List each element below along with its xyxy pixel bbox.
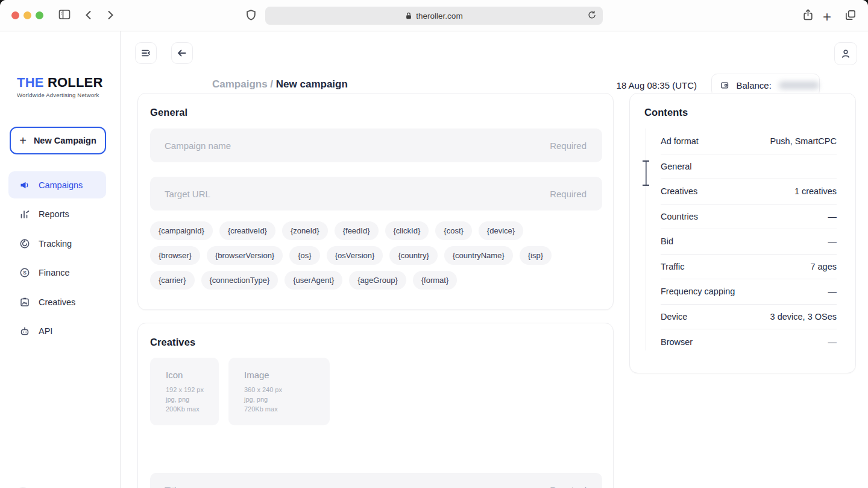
row-value: 7 ages xyxy=(810,262,837,271)
new-tab-plus-icon[interactable]: + xyxy=(823,8,831,25)
row-value: — xyxy=(828,212,837,221)
contents-row-frequency-capping[interactable]: Frequency capping — xyxy=(661,279,837,305)
sidebar-item-campaigns[interactable]: Campaigns xyxy=(8,171,106,198)
creatives-title: Creatives xyxy=(150,337,195,348)
contents-row-device[interactable]: Device 3 device, 3 OSes xyxy=(661,305,837,330)
sidebar-item-api[interactable]: API xyxy=(8,318,106,345)
macro-chip[interactable]: {zoneId} xyxy=(282,221,328,240)
campaign-name-input[interactable] xyxy=(150,128,602,162)
macro-chip[interactable]: {carrier} xyxy=(150,271,195,290)
row-label: Traffic xyxy=(661,262,684,271)
macro-chip[interactable]: {connectionType} xyxy=(201,271,278,290)
upload-max: 720Kb max xyxy=(244,404,330,414)
contents-panel: Contents Ad format Push, SmartCPC Genera… xyxy=(629,93,856,373)
row-label: Device xyxy=(661,312,687,322)
url-text: theroller.com xyxy=(416,11,462,21)
macro-chip[interactable]: {os} xyxy=(289,246,319,265)
back-chevron-icon[interactable] xyxy=(83,9,94,21)
privacy-shield-icon[interactable] xyxy=(245,8,257,22)
macro-chip[interactable]: {countryName} xyxy=(444,246,513,265)
macro-chip[interactable]: {feedId} xyxy=(335,221,379,240)
contents-row-creatives[interactable]: Creatives 1 creatives xyxy=(661,179,837,204)
address-bar[interactable]: theroller.com xyxy=(265,7,603,25)
creative-title-input[interactable] xyxy=(150,473,602,488)
picture-frame-icon xyxy=(19,297,30,308)
sidebar-nav: Campaigns Reports Tracking S Finance Cre… xyxy=(8,171,106,345)
icon-upload-dropzone[interactable]: Icon 192 x 192 px jpg, png 200Kb max xyxy=(150,358,219,425)
sidebar-item-tracking[interactable]: Tracking xyxy=(8,230,106,257)
svg-text:S: S xyxy=(23,270,27,276)
person-icon xyxy=(840,48,852,60)
app-logo[interactable]: THE ROLLER Worldwide Advertising Network xyxy=(17,75,103,98)
macro-chip[interactable]: {creativeId} xyxy=(219,221,275,240)
megaphone-icon xyxy=(19,180,30,191)
sidebar-item-reports[interactable]: Reports xyxy=(8,201,106,228)
row-label: Ad format xyxy=(661,136,699,146)
macro-chip[interactable]: {isp} xyxy=(520,246,552,265)
contents-row-browser[interactable]: Browser — xyxy=(661,329,837,355)
macro-chip[interactable]: {browserVersion} xyxy=(207,246,283,265)
target-url-input[interactable] xyxy=(150,177,602,211)
macro-chip[interactable]: {browser} xyxy=(150,246,200,265)
upload-size: 192 x 192 px xyxy=(166,385,219,395)
macro-chip[interactable]: {ageGroup} xyxy=(349,271,406,290)
logo-roller: ROLLER xyxy=(44,75,103,90)
upload-label: Image xyxy=(244,370,330,380)
image-upload-dropzone[interactable]: Image 360 x 240 px jpg, png 720Kb max xyxy=(228,358,330,425)
macro-chip[interactable]: {device} xyxy=(479,221,523,240)
collapse-sidebar-button[interactable] xyxy=(135,42,157,64)
row-label: Frequency capping xyxy=(661,287,735,296)
row-value: Push, SmartCPC xyxy=(770,136,837,146)
traffic-light-minimize[interactable] xyxy=(24,11,31,19)
contents-row-ad-format[interactable]: Ad format Push, SmartCPC xyxy=(661,129,837,154)
macro-chip[interactable]: {campaignId} xyxy=(150,221,213,240)
bar-chart-icon xyxy=(19,209,30,220)
creative-title-field-wrap: Required xyxy=(150,473,602,488)
wallet-icon xyxy=(720,80,729,91)
contents-row-traffic[interactable]: Traffic 7 ages xyxy=(661,255,837,280)
row-value: 3 device, 3 OSes xyxy=(770,312,837,322)
traffic-light-close[interactable] xyxy=(11,11,19,19)
sidebar-item-finance[interactable]: S Finance xyxy=(8,259,106,287)
contents-row-countries[interactable]: Countries — xyxy=(661,204,837,230)
breadcrumb-separator: / xyxy=(268,78,276,90)
contents-title: Contents xyxy=(644,107,688,118)
row-value: — xyxy=(828,236,837,246)
contents-rows: Ad format Push, SmartCPC General Creativ… xyxy=(661,129,837,355)
macro-chip[interactable]: {country} xyxy=(389,246,437,265)
logo-the: THE xyxy=(17,75,44,90)
macro-chip[interactable]: {format} xyxy=(413,271,458,290)
sidebar-item-label: Reports xyxy=(39,209,69,219)
forward-chevron-icon[interactable] xyxy=(105,9,116,21)
spiral-icon xyxy=(19,238,30,249)
sidebar-toggle-icon[interactable] xyxy=(58,8,71,21)
collapse-sidebar-icon xyxy=(140,48,151,59)
contents-row-general[interactable]: General xyxy=(661,154,837,180)
tab-overview-icon[interactable] xyxy=(844,8,857,22)
new-campaign-button[interactable]: + New Campaign xyxy=(10,127,106,154)
macro-chip[interactable]: {clickId} xyxy=(385,221,429,240)
new-campaign-label: New Campaign xyxy=(34,136,96,145)
macro-chip-row: {campaignId} {creativeId} {zoneId} {feed… xyxy=(150,221,523,240)
sidebar-item-creatives[interactable]: Creatives xyxy=(8,288,106,315)
traffic-light-zoom[interactable] xyxy=(36,11,43,19)
macro-chip[interactable]: {osVersion} xyxy=(327,246,383,265)
row-label: Browser xyxy=(661,337,693,347)
lock-icon xyxy=(405,11,412,20)
reload-icon[interactable] xyxy=(587,10,597,21)
share-icon[interactable] xyxy=(802,8,814,22)
app-root: THE ROLLER Worldwide Advertising Network… xyxy=(0,31,868,488)
account-button[interactable] xyxy=(834,42,857,65)
creatives-card: Creatives Icon 192 x 192 px jpg, png 200… xyxy=(137,323,614,488)
macro-chip[interactable]: {cost} xyxy=(435,221,472,240)
breadcrumb-parent[interactable]: Campaigns xyxy=(212,78,268,90)
macro-chip[interactable]: {userAgent} xyxy=(285,271,342,290)
upload-size: 360 x 240 px xyxy=(244,385,330,395)
balance-value-redacted xyxy=(779,81,819,89)
datetime-utc: 18 Aug 08:35 (UTC) xyxy=(603,80,697,90)
browser-chrome: theroller.com + xyxy=(0,0,868,31)
logo-tagline: Worldwide Advertising Network xyxy=(17,92,103,98)
contents-scroll-marker xyxy=(643,160,649,186)
back-button[interactable] xyxy=(171,42,193,64)
contents-row-bid[interactable]: Bid — xyxy=(661,229,837,255)
